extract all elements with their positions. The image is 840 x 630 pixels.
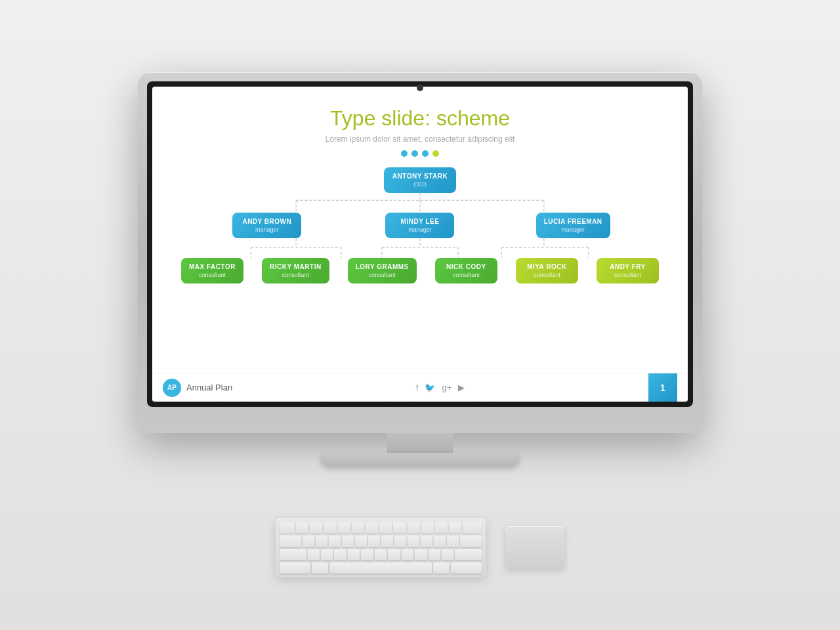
ceo-level: ANTONY STARK CEO [178, 167, 662, 193]
ceo-to-managers-svg [178, 193, 662, 213]
consultant-ricky-role: consultant [282, 272, 309, 278]
ceo-name: ANTONY STARK [392, 173, 448, 180]
consultant-miya-role: consultant [534, 272, 560, 278]
google-icon: g+ [442, 383, 452, 392]
managers-to-consultants-svg [178, 238, 662, 258]
footer-brand-title: Annual Plan [186, 383, 232, 392]
ceo-node: ANTONY STARK CEO [384, 167, 456, 193]
manager-andy-name: ANDY BROWN [242, 218, 291, 225]
consultant-andy-role: consultant [614, 272, 641, 278]
consultant-andy: ANDY FRY consultant [597, 258, 659, 284]
dot-3 [422, 150, 429, 157]
consultant-lory-role: consultant [369, 272, 396, 278]
consultant-max: MAX FACTOR consultant [181, 258, 243, 284]
facebook-icon: f [416, 383, 419, 392]
manager-mindy-role: manager [408, 226, 432, 233]
ceo-role: CEO [413, 181, 427, 188]
dot-2 [411, 150, 418, 157]
slide-subtitle: Lorem ipsum dolor sit amet, consectetur … [178, 135, 662, 144]
manager-andy-role: manager [255, 226, 279, 233]
consultant-miya: MIYA ROCK consultant [516, 258, 578, 284]
consultant-miya-name: MIYA ROCK [527, 263, 566, 270]
footer-avatar: AP [163, 379, 181, 397]
manager-node-mindy: MINDY LEE manager [385, 213, 454, 238]
manager-node-andy: ANDY BROWN manager [232, 213, 301, 238]
keyboard-area [276, 518, 564, 578]
consultant-andy-name: ANDY FRY [610, 263, 646, 270]
consultant-ricky-name: RICKY MARTIN [270, 263, 322, 270]
consultant-max-name: MAX FACTOR [189, 263, 236, 270]
monitor-neck [387, 433, 453, 453]
twitter-icon: 🐦 [425, 383, 435, 392]
consultant-ricky: RICKY MARTIN consultant [262, 258, 329, 284]
manager-node-lucia: LUCIA FREEMAN manager [536, 213, 610, 238]
slide-footer: AP Annual Plan f 🐦 g+ ▶ 1 [152, 373, 688, 402]
slide: Type slide: scheme Lorem ipsum dolor sit… [152, 87, 688, 373]
consultant-lory: LORY GRAMMS consultant [348, 258, 417, 284]
consultant-max-role: consultant [199, 272, 226, 278]
youtube-icon: ▶ [458, 383, 465, 392]
manager-lucia-role: manager [561, 226, 585, 233]
dots-row [178, 150, 662, 157]
footer-brand: AP Annual Plan [163, 379, 232, 397]
manager-lucia-name: LUCIA FREEMAN [544, 218, 602, 225]
footer-page-number: 1 [648, 373, 677, 402]
managers-level: ANDY BROWN manager MINDY LEE manager [178, 213, 662, 238]
keyboard [276, 518, 486, 578]
consultant-nick-name: NICK CODY [446, 263, 486, 270]
consultants-level: MAX FACTOR consultant RICKY MARTIN consu… [178, 258, 662, 284]
consultant-nick-role: consultant [453, 272, 480, 278]
trackpad[interactable] [505, 526, 564, 569]
org-chart: ANTONY STARK CEO [178, 167, 662, 366]
slide-title: Type slide: scheme [178, 106, 662, 131]
monitor-base [322, 453, 518, 466]
monitor-screen: Type slide: scheme Lorem ipsum dolor sit… [152, 87, 688, 402]
consultant-lory-name: LORY GRAMMS [356, 263, 409, 270]
consultant-nick: NICK CODY consultant [435, 258, 497, 284]
dot-1 [401, 150, 408, 157]
scene: Type slide: scheme Lorem ipsum dolor sit… [0, 0, 840, 630]
manager-mindy-name: MINDY LEE [401, 218, 440, 225]
footer-social: f 🐦 g+ ▶ [416, 383, 465, 392]
dot-4 [432, 150, 439, 157]
monitor: Type slide: scheme Lorem ipsum dolor sit… [138, 72, 702, 466]
